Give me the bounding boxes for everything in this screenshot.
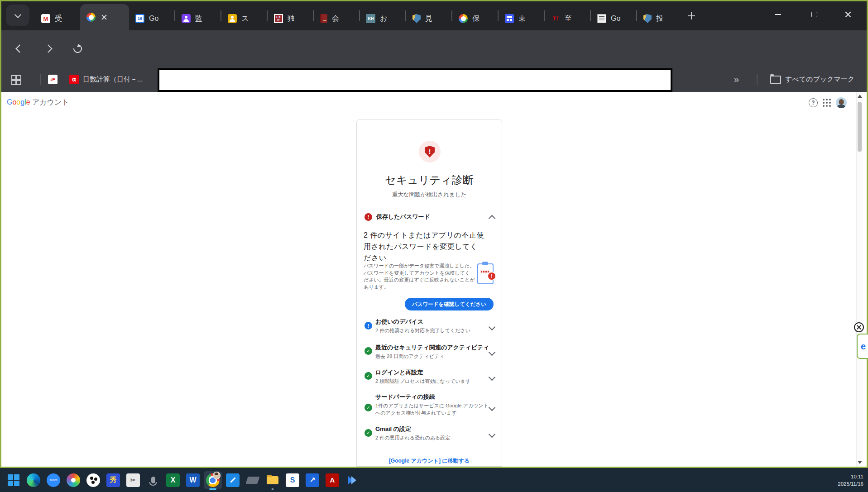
shield-icon [412,14,421,23]
tab-yahoo[interactable]: 至 [545,7,590,30]
collapse-section-button[interactable] [489,215,494,223]
tab-label: 至 [565,14,572,24]
account-avatar-button[interactable] [835,97,847,109]
status-icon [364,404,372,411]
acrobat-icon [326,473,339,487]
scroll-up-icon[interactable] [858,95,862,98]
go-to-google-account-link[interactable]: [Google アカウント] に移動する [357,457,502,465]
google-account-brand[interactable]: Googleアカウント [7,98,69,107]
tab-classroom-green[interactable]: ス [221,7,267,30]
taskbar-hidemaru[interactable] [103,470,123,490]
check-passwords-button[interactable]: パスワードを確認してください [405,298,494,310]
device-icon [245,477,259,484]
taskbar-paint[interactable] [63,470,83,490]
tab-gmail[interactable]: 受 [35,7,80,30]
expand-section-button[interactable] [489,323,494,331]
taskbar-remote-device[interactable] [243,470,263,490]
double-arrow-icon [345,473,359,487]
all-bookmarks-button[interactable]: すべてのブックマーク [770,73,854,86]
taskbar-snipping-tool[interactable] [123,470,143,490]
expand-section-button[interactable] [489,349,494,357]
section-label: 保存したパスワード [376,213,430,221]
bookmark-jp[interactable] [48,73,62,86]
taskbar-file-explorer[interactable] [263,470,283,490]
google-apps-button[interactable] [821,97,833,109]
expand-section-button[interactable] [489,373,494,382]
paint-palette-icon [67,473,80,487]
tab-search-button[interactable] [6,5,29,26]
tab-ex-it[interactable]: 独 [268,7,313,30]
tab-close-icon[interactable] [100,13,108,21]
taskbar-line-works[interactable] [302,470,322,490]
shield-icon [643,14,652,23]
bookmarks-overflow-button[interactable]: » [734,73,739,86]
jp-icon [48,75,58,84]
chevron-down-icon [489,324,496,331]
screen: 受 Go 監 ス 独 会 [0,0,868,492]
taskbar-start-button[interactable] [4,470,24,490]
taskbar-zoom[interactable] [43,470,63,490]
yahoo-icon [551,14,560,23]
tab-blue-grid[interactable]: 東 [499,7,544,30]
bookmarks-separator [757,74,758,85]
bookmark-day-calc[interactable]: 日数計算（日付－... [69,73,143,86]
taskbar-power-automate[interactable] [342,470,362,490]
taskbar-sticky-notes[interactable] [223,470,243,490]
new-tab-button[interactable] [682,7,700,25]
floating-extension-widget[interactable] [857,334,868,359]
taskbar-excel[interactable] [163,470,183,490]
card-title: セキュリティ診断 [357,173,502,187]
taskbar-photos[interactable] [83,470,103,490]
folder-icon [770,76,781,84]
security-checkup-card: セキュリティ診断 重大な問題が検出されました 保存したパスワード 2 件のサイト… [356,119,502,467]
status-icon [364,347,372,355]
scrollbar-thumb[interactable] [858,102,862,152]
clock-time: 10:11 [838,473,863,480]
help-button[interactable]: ? [807,97,819,109]
reload-button[interactable] [70,41,85,56]
tab-calendar[interactable]: Go [129,7,174,30]
taskbar-clock[interactable]: 10:11 2025/11/16 [838,468,863,492]
forward-button[interactable] [41,41,55,56]
tab-kh[interactable]: お [360,7,405,30]
red-book-icon [320,14,327,23]
tab-red-book[interactable]: 会 [314,7,359,30]
calendar-icon [135,14,144,23]
back-arrow-icon [15,44,24,53]
section-title: Gmail の設定 [375,425,411,433]
zoom-app-icon [47,473,60,487]
section-saved-passwords[interactable]: 保存したパスワード [364,213,430,221]
widget-close-button[interactable] [854,322,864,332]
tab-classroom-purple[interactable]: 監 [175,7,221,30]
tab-label: 見 [425,14,432,24]
apps-grid-button[interactable] [11,73,19,86]
brand-suffix: アカウント [32,98,69,106]
back-button[interactable] [12,41,27,56]
status-icon [364,429,372,437]
password-issue-heading: 2 件のサイトまたはアプリの不正使用されたパスワードを変更してください [364,229,484,263]
expand-section-button[interactable] [489,430,494,439]
tab-google-account-active[interactable] [80,4,129,30]
password-issue-body: パスワードの一部がデータ侵害で漏洩しました。パスワードを変更してアカウントを保護… [364,263,475,291]
tab-google-2[interactable]: 保 [452,7,498,30]
tab-shield-1[interactable]: 見 [406,7,451,30]
tab-news[interactable]: Go [591,7,636,30]
tab-shield-2[interactable]: 投 [637,7,682,30]
window-minimize-button[interactable] [763,1,793,28]
window-close-button[interactable] [833,1,863,28]
taskbar-acrobat[interactable] [322,470,342,490]
window-maximize-button[interactable] [799,1,829,28]
alert-badge-icon: ! [487,272,496,281]
photos-icon [86,473,100,487]
scroll-down-icon[interactable] [858,461,862,464]
page-scrollbar[interactable] [856,92,863,467]
taskbar-edge[interactable] [24,470,43,490]
taskbar-word[interactable] [183,470,203,490]
expand-section-button[interactable] [489,404,494,412]
taskbar-solidworks[interactable] [283,470,302,490]
section-title: サードパーティの接続 [375,393,435,401]
news-icon [597,14,606,23]
taskbar-chrome-active[interactable] [203,470,223,490]
taskbar-voice-recorder[interactable] [143,470,163,490]
hidemaru-icon [106,473,120,487]
